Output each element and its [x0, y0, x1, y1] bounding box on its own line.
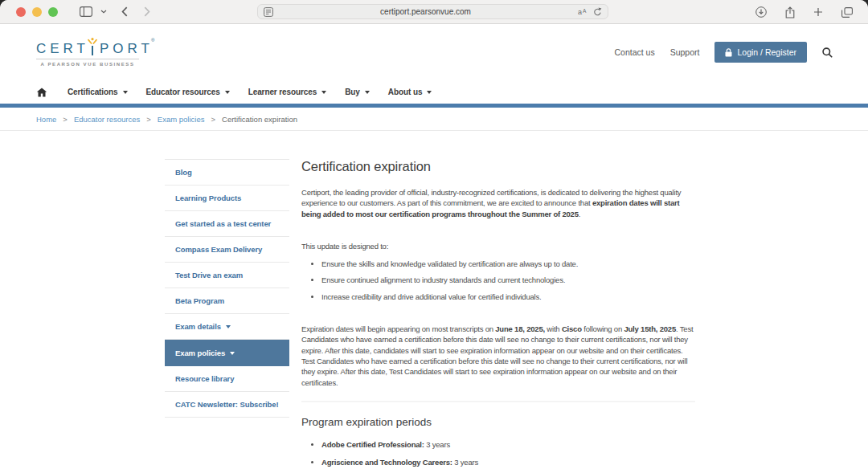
share-icon[interactable]: [783, 4, 797, 21]
certiport-logo[interactable]: CERT PORT ® A PEARSON VUE BUSINESS: [36, 38, 154, 67]
url-text[interactable]: certiport.pearsonvue.com: [273, 7, 578, 16]
caret-down-icon: [225, 91, 230, 94]
sidebar-item-get-started-test-center[interactable]: Get started as a test center: [165, 211, 289, 237]
sidebar-item-exam-details[interactable]: Exam details: [165, 314, 289, 340]
breadcrumb-current: Certification expiration: [222, 115, 297, 124]
sidebar-item-catc-newsletter[interactable]: CATC Newsletter: Subscribe!: [165, 392, 289, 418]
breadcrumb-exam-policies[interactable]: Exam policies: [158, 115, 205, 124]
logo-text-right: PORT: [100, 42, 154, 55]
breadcrumb: Home > Educator resources > Exam policie…: [0, 108, 868, 131]
svg-text:A: A: [583, 8, 587, 14]
back-icon[interactable]: [119, 4, 130, 19]
translate-icon[interactable]: aA: [578, 7, 588, 16]
nav-item-certifications[interactable]: Certifications: [68, 88, 128, 96]
logo-tagline: A PEARSON VUE BUSINESS: [36, 59, 139, 67]
registered-mark: ®: [151, 38, 154, 43]
article: Certification expiration Certiport, the …: [301, 159, 695, 469]
lock-icon: [725, 48, 732, 57]
caret-down-icon: [427, 91, 432, 94]
caret-down-icon: [123, 91, 128, 94]
program-list: Adobe Certified Professional: 3 years Ag…: [301, 439, 695, 468]
breadcrumb-educator-resources[interactable]: Educator resources: [74, 115, 140, 124]
sidebar-item-compass-exam-delivery[interactable]: Compass Exam Delivery: [165, 237, 289, 263]
sidebar-item-exam-policies[interactable]: Exam policies: [165, 340, 289, 366]
address-bar[interactable]: certiport.pearsonvue.com aA: [257, 4, 608, 19]
caret-down-icon: [321, 91, 326, 94]
caret-down-icon: [365, 91, 370, 94]
sidebar-item-beta-program[interactable]: Beta Program: [165, 288, 289, 314]
update-lead: This update is designed to:: [301, 241, 695, 251]
sidebar-item-learning-products[interactable]: Learning Products: [165, 186, 289, 211]
update-bullet-list: Ensure the skills and knowledge validate…: [301, 259, 695, 302]
list-item: Adobe Certified Professional: 3 years: [321, 439, 695, 450]
nav-item-about-us[interactable]: About us: [388, 88, 432, 96]
svg-text:a: a: [578, 8, 582, 16]
nav-item-educator-resources[interactable]: Educator resources: [146, 88, 230, 96]
home-icon[interactable]: [36, 88, 47, 97]
list-item: Ensure the skills and knowledge validate…: [321, 259, 695, 269]
window-controls: [16, 7, 58, 17]
sidebar-toggle-icon[interactable]: [77, 4, 95, 19]
new-tab-icon[interactable]: [811, 5, 825, 19]
zoom-window-button[interactable]: [48, 7, 58, 17]
sidebar-item-test-drive-an-exam[interactable]: Test Drive an exam: [165, 263, 289, 288]
intro-paragraph: Certiport, the leading provider of offic…: [301, 187, 695, 219]
site-header: CERT PORT ® A PEARSON VUE BUSINESS Conta…: [0, 24, 868, 80]
search-icon[interactable]: [822, 47, 833, 58]
close-window-button[interactable]: [16, 7, 26, 17]
nav-item-learner-resources[interactable]: Learner resources: [248, 88, 327, 96]
sidebar-item-resource-library[interactable]: Resource library: [165, 366, 289, 392]
page-title: Certification expiration: [301, 159, 695, 174]
forward-icon[interactable]: [141, 4, 153, 19]
browser-toolbar: certiport.pearsonvue.com aA: [0, 0, 868, 24]
minimize-window-button[interactable]: [32, 7, 42, 17]
caret-down-icon: [226, 325, 231, 328]
nav-item-buy[interactable]: Buy: [345, 88, 370, 96]
support-link[interactable]: Support: [670, 47, 700, 57]
main-nav: Certifications Educator resources Learne…: [0, 80, 868, 104]
tab-overview-icon[interactable]: [839, 5, 855, 20]
reload-icon[interactable]: [593, 7, 602, 17]
list-item: Increase credibility and drive additiona…: [321, 292, 695, 302]
login-register-button[interactable]: Login / Register: [714, 42, 807, 63]
section-title: Program expiration periods: [301, 416, 695, 428]
caret-down-icon: [230, 352, 235, 355]
list-item: Agriscience and Technology Careers: 3 ye…: [321, 457, 695, 467]
dates-paragraph: Expiration dates will begin appearing on…: [301, 324, 695, 388]
sidebar-menu: Blog Learning Products Get started as a …: [165, 159, 289, 418]
contact-us-link[interactable]: Contact us: [614, 47, 654, 57]
browser-window: certiport.pearsonvue.com aA: [0, 0, 868, 469]
breadcrumb-home[interactable]: Home: [36, 115, 56, 124]
section-divider: [301, 401, 695, 402]
downloads-icon[interactable]: [753, 4, 769, 20]
logo-text-left: CERT: [36, 42, 89, 55]
sidebar-item-blog[interactable]: Blog: [165, 160, 289, 186]
list-item: Ensure continued alignment to industry s…: [321, 275, 695, 285]
content-area: Blog Learning Products Get started as a …: [0, 131, 868, 469]
reader-view-icon[interactable]: [264, 7, 273, 17]
chevron-down-icon[interactable]: [98, 7, 109, 16]
logo-person-icon: [88, 38, 97, 55]
